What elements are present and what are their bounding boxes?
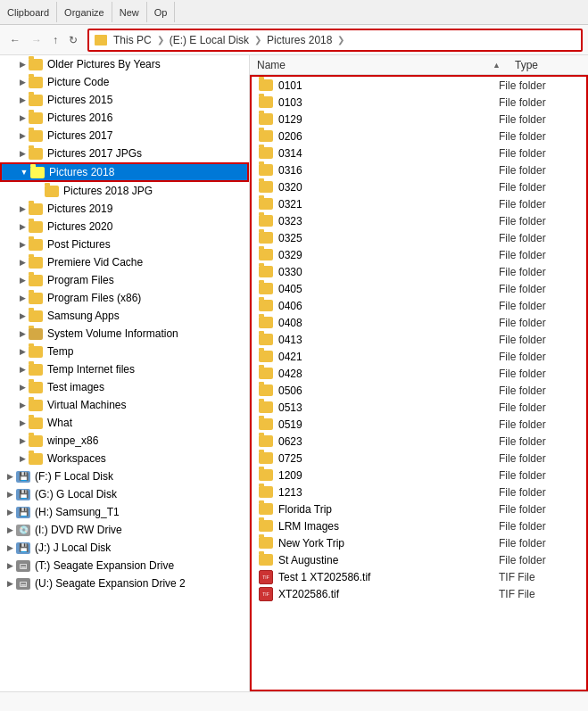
file-item[interactable]: 0428File folder (252, 365, 586, 382)
file-item[interactable]: 0206File folder (252, 128, 586, 145)
tree-item-older-pictures[interactable]: ▶Older Pictures By Years (0, 55, 249, 73)
tree-item-post-pictures[interactable]: ▶Post Pictures (0, 236, 249, 253)
file-item[interactable]: Florida TripFile folder (252, 500, 586, 517)
expand-arrow-winpe-x86[interactable]: ▶ (16, 436, 29, 445)
expand-arrow-pictures-2017[interactable]: ▶ (16, 131, 29, 140)
col-type-header[interactable]: Type (508, 57, 588, 73)
tree-item-pictures-2017[interactable]: ▶Pictures 2017 (0, 127, 249, 145)
crumb-e-drive[interactable]: (E:) E Local Disk (167, 33, 252, 47)
tree-item-winpe-x86[interactable]: ▶winpe_x86 (0, 432, 249, 450)
file-item[interactable]: 0506File folder (252, 382, 586, 399)
tree-item-pictures-2018[interactable]: ▼Pictures 2018 (0, 162, 249, 182)
tree-item-i-dvd[interactable]: ▶💿(I:) DVD RW Drive (0, 521, 249, 539)
expand-arrow-f-local[interactable]: ▶ (4, 472, 16, 481)
tree-item-pictures-2019[interactable]: ▶Pictures 2019 (0, 200, 249, 218)
expand-arrow-h-samsung[interactable]: ▶ (4, 508, 16, 517)
crumb-pictures-2018[interactable]: Pictures 2018 (264, 33, 335, 47)
file-item[interactable]: 0405File folder (252, 280, 586, 297)
file-item[interactable]: New York TripFile folder (252, 534, 586, 551)
address-bar[interactable]: This PC ❯ (E:) E Local Disk ❯ Pictures 2… (87, 29, 583, 52)
expand-arrow-virtual-machines[interactable]: ▶ (16, 401, 29, 409)
back-button[interactable]: ← (5, 31, 25, 49)
file-item[interactable]: 0325File folder (252, 229, 586, 246)
tree-item-virtual-machines[interactable]: ▶Virtual Machines (0, 396, 249, 414)
tree-item-u-seagate2[interactable]: ▶🖴(U:) Seagate Expansion Drive 2 (0, 575, 249, 592)
file-item[interactable]: 0316File folder (252, 161, 586, 178)
file-item[interactable]: 0725File folder (252, 450, 586, 467)
expand-arrow-t-seagate[interactable]: ▶ (4, 561, 16, 570)
tree-item-t-seagate[interactable]: ▶🖴(T:) Seagate Expansion Drive (0, 557, 249, 575)
tree-item-system-volume[interactable]: ▶System Volume Information (0, 325, 249, 343)
expand-arrow-pictures-2018[interactable]: ▼ (18, 168, 30, 177)
tree-item-program-files[interactable]: ▶Program Files (0, 271, 249, 289)
expand-arrow-pictures-2019[interactable]: ▶ (16, 204, 29, 213)
expand-arrow-test-images[interactable]: ▶ (16, 383, 29, 392)
refresh-button[interactable]: ↻ (64, 31, 82, 49)
file-item[interactable]: LRM ImagesFile folder (252, 517, 586, 534)
expand-arrow-i-dvd[interactable]: ▶ (4, 525, 16, 534)
expand-arrow-pictures-2016[interactable]: ▶ (16, 113, 29, 122)
tree-item-test-images[interactable]: ▶Test images (0, 378, 249, 396)
expand-arrow-u-seagate2[interactable]: ▶ (4, 579, 16, 588)
file-item[interactable]: 0314File folder (252, 145, 586, 161)
file-item[interactable]: TIFTest 1 XT202586.tifTIF File (252, 568, 586, 585)
expand-arrow-program-files[interactable]: ▶ (16, 276, 29, 285)
expand-arrow-pictures-2017-jpg[interactable]: ▶ (16, 149, 29, 158)
expand-arrow-temp-internet[interactable]: ▶ (16, 365, 29, 374)
file-item[interactable]: 0101File folder (252, 77, 586, 94)
file-item[interactable]: 0519File folder (252, 416, 586, 433)
expand-arrow-pictures-2015[interactable]: ▶ (16, 95, 29, 104)
expand-arrow-program-files-x86[interactable]: ▶ (16, 293, 29, 302)
up-button[interactable]: ↑ (48, 31, 62, 49)
tree-item-program-files-x86[interactable]: ▶Program Files (x86) (0, 289, 249, 307)
tree-item-picture-code[interactable]: ▶Picture Code (0, 73, 249, 91)
file-item[interactable]: 0329File folder (252, 246, 586, 263)
tree-item-samsung-apps[interactable]: ▶Samsung Apps (0, 307, 249, 325)
tree-item-j-local[interactable]: ▶💾(J:) J Local Disk (0, 539, 249, 557)
expand-arrow-older-pictures[interactable]: ▶ (16, 60, 29, 69)
file-item[interactable]: 0321File folder (252, 195, 586, 212)
expand-arrow-workspaces[interactable]: ▶ (16, 454, 29, 463)
tree-item-premiere-vid[interactable]: ▶Premiere Vid Cache (0, 253, 249, 271)
expand-arrow-picture-code[interactable]: ▶ (16, 78, 29, 87)
file-item[interactable]: 0623File folder (252, 433, 586, 450)
forward-button[interactable]: → (27, 31, 46, 49)
expand-arrow-samsung-apps[interactable]: ▶ (16, 311, 29, 320)
tree-item-pictures-2017-jpg[interactable]: ▶Pictures 2017 JPGs (0, 145, 249, 162)
tree-item-pictures-2015[interactable]: ▶Pictures 2015 (0, 91, 249, 109)
file-item[interactable]: 0408File folder (252, 314, 586, 331)
col-name-header[interactable]: Name ▲ (250, 57, 508, 73)
tree-item-temp[interactable]: ▶Temp (0, 343, 249, 360)
expand-arrow-pictures-2020[interactable]: ▶ (16, 222, 29, 231)
tree-item-h-samsung[interactable]: ▶💾(H:) Samsung_T1 (0, 503, 249, 521)
expand-arrow-what[interactable]: ▶ (16, 418, 29, 427)
file-item[interactable]: 1213File folder (252, 484, 586, 500)
tree-item-temp-internet[interactable]: ▶Temp Internet files (0, 360, 249, 378)
file-item[interactable]: 0413File folder (252, 331, 586, 348)
file-item[interactable]: 0323File folder (252, 212, 586, 229)
crumb-this-pc[interactable]: This PC (111, 33, 154, 47)
expand-arrow-j-local[interactable]: ▶ (4, 543, 16, 552)
tree-item-f-local[interactable]: ▶💾(F:) F Local Disk (0, 467, 249, 485)
tree-item-what[interactable]: ▶What (0, 414, 249, 432)
file-item[interactable]: TIFXT202586.tifTIF File (252, 585, 586, 602)
file-item[interactable]: St AugustineFile folder (252, 551, 586, 568)
file-item[interactable]: 0406File folder (252, 297, 586, 314)
file-item[interactable]: 0320File folder (252, 178, 586, 195)
file-item[interactable]: 0330File folder (252, 263, 586, 280)
expand-arrow-premiere-vid[interactable]: ▶ (16, 258, 29, 267)
expand-arrow-system-volume[interactable]: ▶ (16, 329, 29, 338)
expand-arrow-g-local[interactable]: ▶ (4, 490, 16, 499)
file-item[interactable]: 1209File folder (252, 467, 586, 484)
file-item[interactable]: 0513File folder (252, 399, 586, 416)
tree-item-g-local[interactable]: ▶💾(G:) G Local Disk (0, 485, 249, 503)
tree-item-pictures-2016[interactable]: ▶Pictures 2016 (0, 109, 249, 127)
tree-item-pictures-2018-jpg[interactable]: Pictures 2018 JPG (0, 182, 249, 200)
file-item[interactable]: 0129File folder (252, 111, 586, 128)
file-item[interactable]: 0421File folder (252, 348, 586, 365)
file-item[interactable]: 0103File folder (252, 94, 586, 111)
expand-arrow-temp[interactable]: ▶ (16, 347, 29, 356)
expand-arrow-post-pictures[interactable]: ▶ (16, 240, 29, 249)
tree-item-workspaces[interactable]: ▶Workspaces (0, 450, 249, 467)
tree-item-pictures-2020[interactable]: ▶Pictures 2020 (0, 218, 249, 236)
